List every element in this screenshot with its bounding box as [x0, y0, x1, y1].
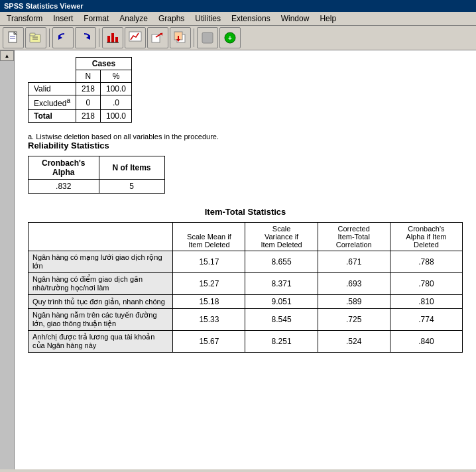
- scale-mean-0: 15.17: [173, 251, 245, 273]
- menu-extensions[interactable]: Extensions: [226, 13, 276, 25]
- total-pct: 100.0: [100, 110, 131, 123]
- svg-rect-21: [202, 32, 213, 43]
- menu-graphs[interactable]: Graphs: [153, 13, 190, 25]
- export-button[interactable]: [147, 27, 168, 48]
- menu-bar: Transform Insert Format Analyze Graphs U…: [0, 12, 476, 26]
- total-n: 218: [76, 110, 100, 123]
- reliability-table: Cronbach'sAlpha N of Items .832 5: [28, 156, 165, 194]
- row-label-3: Ngân hàng nằm trên các tuyến đường lớn, …: [29, 309, 173, 331]
- scale-variance-4: 8.251: [245, 331, 318, 353]
- menu-analyze[interactable]: Analyze: [114, 13, 153, 25]
- reliability-values-row: .832 5: [29, 180, 165, 194]
- excluded-n: 0: [76, 95, 100, 110]
- toolbar-separator-3: [194, 29, 194, 47]
- corrected-corr-1: .693: [318, 273, 390, 295]
- corrected-corr-0: .671: [318, 251, 390, 273]
- n-items-value: 5: [99, 180, 164, 194]
- svg-text:+: +: [228, 34, 232, 42]
- reliability-section: Reliability Statistics Cronbach'sAlpha N…: [28, 141, 463, 194]
- scale-variance-2: 9.051: [245, 295, 318, 309]
- sidebar-scroll-up[interactable]: ▲: [0, 50, 14, 61]
- toolbar: +: [0, 26, 476, 50]
- excluded-pct: .0: [100, 95, 131, 110]
- n-header: N: [76, 70, 100, 83]
- table-row: Total 218 100.0: [29, 110, 132, 123]
- svg-marker-7: [58, 35, 62, 40]
- col-header-corrected-correlation: CorrectedItem-TotalCorrelation: [318, 223, 390, 251]
- title-bar: SPSS Statistics Viewer: [0, 0, 476, 12]
- valid-pct: 100.0: [100, 83, 131, 95]
- row-label-2: Quy trình thủ tục đơn giản, nhanh chóng: [29, 295, 173, 309]
- col-header-cronbach-alpha-if: Cronbach'sAlpha if ItemDeleted: [390, 223, 462, 251]
- svg-marker-8: [86, 35, 90, 40]
- menu-transform[interactable]: Transform: [1, 13, 48, 25]
- svg-rect-11: [115, 37, 118, 42]
- cronbach-if-2: .810: [390, 295, 462, 309]
- svg-rect-9: [107, 36, 110, 42]
- scale-mean-4: 15.67: [173, 331, 245, 353]
- table-row: Quy trình thủ tục đơn giản, nhanh chóng1…: [29, 295, 463, 309]
- scale-variance-3: 8.545: [245, 309, 318, 331]
- scale-mean-2: 15.18: [173, 295, 245, 309]
- redo-button[interactable]: [75, 27, 96, 48]
- valid-n: 218: [76, 83, 100, 95]
- svg-rect-4: [30, 33, 35, 36]
- cronbach-if-4: .840: [390, 331, 462, 353]
- new-button[interactable]: [3, 27, 24, 48]
- item-total-title: Item-Total Statistics: [28, 207, 463, 217]
- column-headers-row: Scale Mean ifItem Deleted ScaleVariance …: [29, 223, 463, 251]
- menu-window[interactable]: Window: [276, 13, 315, 25]
- toolbar-separator-1: [49, 29, 50, 47]
- cronbach-if-3: .774: [390, 309, 462, 331]
- green-circle-button[interactable]: +: [219, 27, 241, 48]
- main-area: ▲ Cases N % Valid 218 100.0 Excludeda 0: [0, 50, 476, 469]
- col-header-scale-variance: ScaleVariance ifItem Deleted: [245, 223, 318, 251]
- cronbach-if-1: .780: [390, 273, 462, 295]
- menu-utilities[interactable]: Utilities: [190, 13, 226, 25]
- table-row: Ngân hàng nằm trên các tuyến đường lớn, …: [29, 309, 463, 331]
- corrected-corr-4: .524: [318, 331, 390, 353]
- valid-label: Valid: [29, 83, 76, 95]
- gray-button[interactable]: [197, 27, 218, 48]
- corrected-corr-2: .589: [318, 295, 390, 309]
- menu-help[interactable]: Help: [314, 13, 341, 25]
- cronbach-if-0: .788: [390, 251, 462, 273]
- cases-section-label: [29, 58, 76, 70]
- table-row: Valid 218 100.0: [29, 83, 132, 95]
- excluded-label: Excludeda: [29, 95, 76, 110]
- undo-button[interactable]: [52, 27, 74, 48]
- menu-insert[interactable]: Insert: [48, 13, 78, 25]
- toolbar-separator-2: [99, 29, 99, 47]
- table-row: Anh/chị được trả lương qua tài khoản của…: [29, 331, 463, 353]
- scale-mean-3: 15.33: [173, 309, 245, 331]
- percent-header: %: [100, 70, 131, 83]
- n-items-header: N of Items: [99, 156, 164, 180]
- table-row: Excludeda 0 .0: [29, 95, 132, 110]
- row-label-4: Anh/chị được trả lương qua tài khoản của…: [29, 331, 173, 353]
- sidebar: ▲: [0, 50, 15, 469]
- col-header-scale-mean: Scale Mean ifItem Deleted: [173, 223, 245, 251]
- scale-variance-0: 8.655: [245, 251, 318, 273]
- content-area: Cases N % Valid 218 100.0 Excludeda 0 .0…: [15, 50, 476, 469]
- item-total-body: Ngân hàng có mạng lưới giao dịch rộng lớ…: [29, 251, 463, 353]
- app-title: SPSS Statistics Viewer: [4, 2, 84, 10]
- col-header-label: [29, 223, 173, 251]
- row-label-0: Ngân hàng có mạng lưới giao dịch rộng lớ…: [29, 251, 173, 273]
- cronbach-alpha-value: .832: [29, 180, 99, 194]
- table-row: Ngân hàng có mạng lưới giao dịch rộng lớ…: [29, 251, 463, 273]
- item-total-table: Scale Mean ifItem Deleted ScaleVariance …: [28, 222, 463, 353]
- row-label-1: Ngân hàng có điểm giao dịch gần nhà/trườ…: [29, 273, 173, 295]
- item-total-section: Item-Total Statistics Scale Mean ifItem …: [28, 207, 463, 353]
- open-button[interactable]: [25, 27, 46, 48]
- total-label: Total: [29, 110, 76, 123]
- import-button[interactable]: [170, 27, 191, 48]
- footnote: a. Listwise deletion based on all variab…: [28, 133, 463, 141]
- cronbach-alpha-header: Cronbach'sAlpha: [29, 156, 99, 180]
- chart-bar-button[interactable]: [102, 27, 123, 48]
- cases-header: Cases: [76, 58, 131, 70]
- corrected-corr-3: .725: [318, 309, 390, 331]
- reliability-title: Reliability Statistics: [28, 141, 463, 150]
- chart-line-button[interactable]: [125, 27, 146, 48]
- menu-format[interactable]: Format: [78, 13, 114, 25]
- svg-rect-10: [111, 33, 114, 42]
